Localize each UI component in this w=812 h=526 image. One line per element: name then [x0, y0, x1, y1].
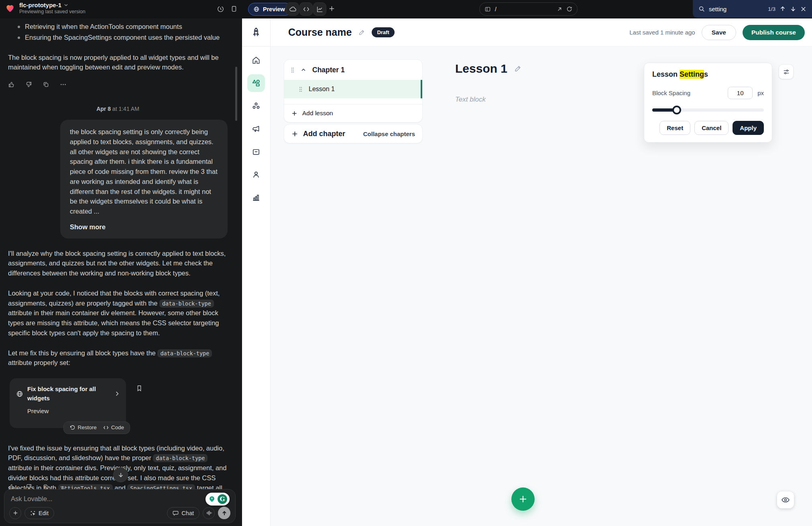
block-spacing-slider[interactable]	[652, 106, 764, 114]
code-button[interactable]	[299, 2, 313, 16]
find-bar: 1/3	[693, 0, 812, 18]
copy-icon[interactable]	[43, 81, 49, 88]
apply-button[interactable]: Apply	[733, 121, 764, 135]
project-status: Previewing last saved version	[19, 9, 85, 14]
drag-handle-icon[interactable]	[299, 86, 303, 92]
chat-input[interactable]	[11, 495, 131, 503]
sidebar-item-home[interactable]	[247, 51, 265, 69]
show-more-link[interactable]: Show more	[70, 222, 106, 232]
chat-mode-label: Chat	[181, 510, 194, 516]
screen: flc-prototype-1 Previewing last saved ve…	[0, 0, 812, 526]
bullet-item: Ensuring the SpacingSettings component u…	[8, 33, 228, 43]
device-icon[interactable]	[230, 5, 238, 12]
send-button[interactable]	[218, 507, 230, 519]
chevron-up-icon[interactable]	[301, 67, 306, 73]
assistant-paragraph: The block spacing is now properly applie…	[8, 53, 228, 73]
scroll-to-bottom-button[interactable]	[113, 467, 128, 482]
sidebar-item-profile[interactable]	[247, 166, 265, 183]
add-chapter-card: Add chapter Collapse chapters	[284, 124, 423, 143]
assistant-paragraphs: I'll analyze why the block spacing setti…	[8, 249, 228, 368]
thumbs-up-icon[interactable]	[8, 81, 15, 88]
lesson-row-selected[interactable]: Lesson 1	[284, 80, 422, 98]
reset-button[interactable]: Reset	[659, 121, 690, 135]
sidebar-item-store[interactable]	[247, 143, 265, 161]
plus-icon	[291, 110, 297, 116]
preview-button[interactable]: Preview	[248, 3, 292, 16]
layout-icon	[484, 6, 491, 12]
project-menu[interactable]: flc-prototype-1 Previewing last saved ve…	[5, 2, 85, 14]
chat-mode-button[interactable]: Chat	[167, 507, 199, 519]
bookmark-icon[interactable]	[136, 385, 143, 392]
add-block-fab[interactable]	[511, 487, 535, 511]
preview-label: Preview	[263, 6, 285, 12]
restore-button[interactable]: Restore	[69, 424, 96, 432]
collapse-chapters-button[interactable]: Collapse chapters	[363, 130, 415, 137]
chapter-row[interactable]: Chapter 1	[284, 60, 422, 80]
last-saved-text: Last saved 1 minute ago	[629, 29, 695, 36]
topbar: flc-prototype-1 Previewing last saved ve…	[0, 0, 812, 18]
add-chapter-button[interactable]: Add chapter	[291, 130, 345, 138]
app-preview: Course name Draft Last saved 1 minute ag…	[242, 18, 812, 526]
cloud-button[interactable]	[286, 2, 299, 16]
find-prev-icon[interactable]	[779, 6, 786, 12]
code-label: Code	[111, 424, 124, 432]
refresh-icon[interactable]	[566, 6, 572, 12]
slider-thumb[interactable]	[672, 106, 681, 114]
chat-input-box[interactable]: G Edit Chat	[4, 489, 236, 523]
chapter-card: Chapter 1 Lesson 1 Add lesson	[284, 59, 423, 122]
search-icon	[698, 6, 705, 12]
app-header: Course name Draft Last saved 1 minute ag…	[271, 18, 812, 47]
url-bar[interactable]: /	[479, 2, 578, 16]
voice-icon[interactable]	[203, 507, 215, 519]
cancel-button[interactable]: Cancel	[694, 121, 729, 135]
text-block-placeholder[interactable]: Text block	[455, 96, 486, 104]
edit-lesson-pencil-icon[interactable]	[514, 65, 522, 73]
sidebar-item-analytics[interactable]	[247, 189, 265, 206]
globe-icon	[253, 6, 260, 12]
preview-eye-button[interactable]	[777, 491, 794, 508]
chat-panel: Retrieving it when the ActionTools compo…	[0, 18, 242, 526]
app-sidebar	[242, 18, 271, 526]
find-close-icon[interactable]	[800, 6, 806, 12]
code-button[interactable]: Code	[103, 424, 124, 432]
analytics-button[interactable]	[313, 2, 326, 16]
open-external-icon[interactable]	[557, 6, 562, 12]
settings-sliders-button[interactable]	[779, 64, 794, 79]
sidebar-item-courses[interactable]	[247, 74, 265, 92]
drag-handle-icon[interactable]	[291, 67, 295, 73]
version-card-subtitle[interactable]: Preview	[27, 407, 120, 416]
find-next-icon[interactable]	[790, 6, 796, 12]
chapter-name: Chapter 1	[312, 66, 345, 74]
thumbs-down-icon[interactable]	[25, 81, 32, 88]
rocket-logo-icon[interactable]	[242, 18, 270, 47]
sidebar-item-announcements[interactable]	[247, 120, 265, 138]
add-tab-icon[interactable]	[328, 5, 335, 12]
assistant-paragraphs: I've fixed the issue by ensuring that al…	[8, 443, 228, 489]
publish-course-button[interactable]: Publish course	[743, 25, 805, 40]
edit-label: Edit	[39, 510, 49, 516]
edit-mode-button[interactable]: Edit	[24, 507, 54, 519]
grammarly-icon: G	[218, 494, 227, 504]
sidebar-item-community[interactable]	[247, 97, 265, 115]
version-card-title: Fix block spacing for all widgets	[27, 385, 110, 403]
timestamp-date: Apr 8	[96, 106, 111, 112]
find-count: 1/3	[768, 6, 775, 12]
search-highlight: Setting	[680, 70, 704, 79]
version-card[interactable]: Fix block spacing for all widgets Previe…	[10, 378, 126, 428]
save-button[interactable]: Save	[702, 25, 736, 40]
message-actions	[8, 81, 228, 88]
course-title: Course name	[288, 27, 352, 38]
more-icon[interactable]	[60, 81, 67, 88]
chat-scrollbar[interactable]	[235, 67, 237, 121]
user-message-text: the block spacing setting is only correc…	[70, 128, 218, 215]
grammarly-widget[interactable]: G	[206, 493, 230, 506]
user-message-bubble: the block spacing setting is only correc…	[60, 120, 228, 239]
edit-title-pencil-icon[interactable]	[358, 29, 365, 36]
history-icon[interactable]	[217, 5, 224, 13]
add-lesson-button[interactable]: Add lesson	[284, 104, 422, 122]
restore-label: Restore	[77, 424, 96, 432]
attach-button[interactable]	[9, 507, 21, 519]
find-input[interactable]	[709, 6, 757, 12]
assistant-paragraph: I'll analyze why the block spacing setti…	[8, 249, 228, 278]
block-spacing-input[interactable]	[728, 87, 753, 99]
